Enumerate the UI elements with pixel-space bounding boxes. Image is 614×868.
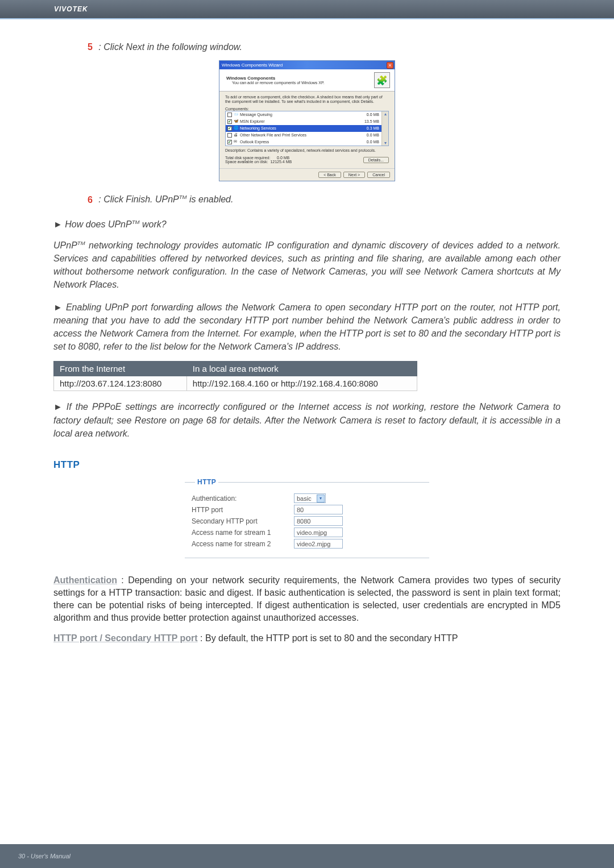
wizard-heading: Windows Components	[226, 76, 325, 81]
wizard-body: To add or remove a component, click the …	[219, 92, 395, 168]
http-settings-panel: HTTP Authentication: basic ▾ HTTP port 8…	[185, 482, 429, 558]
step-6-text-a: : Click Finish. UPnP	[98, 195, 179, 205]
checkbox-icon[interactable]	[227, 133, 232, 138]
stream1-row: Access name for stream 1 video.mjpg	[192, 527, 422, 538]
wizard-description: Description: Contains a variety of speci…	[225, 148, 389, 153]
stream1-label: Access name for stream 1	[192, 529, 294, 537]
close-icon[interactable]: ×	[387, 62, 393, 69]
windows-components-wizard: Windows Components Wizard × Windows Comp…	[219, 60, 395, 181]
back-button[interactable]: < Back	[318, 172, 341, 178]
step-6-number: 6	[88, 195, 93, 205]
step-5-text: : Click Next in the following window.	[98, 42, 242, 52]
list-item[interactable]: ✔🦋MSN Explorer 13.5 MB	[226, 118, 388, 125]
step-5-number: 5	[88, 42, 93, 52]
auth-select[interactable]: basic ▾	[294, 493, 326, 503]
ip-address-table: From the Internet In a local area networ…	[53, 361, 417, 391]
next-button[interactable]: Next >	[343, 172, 365, 178]
wizard-subheading: You can add or remove components of Wind…	[226, 81, 325, 85]
http-port-label-text: HTTP port / Secondary HTTP port	[53, 633, 198, 643]
page-header: VIVOTEK	[0, 0, 614, 19]
upnp-paragraph: UPnPTM networking technology provides au…	[53, 239, 561, 292]
components-list[interactable]: 📨Message Queuing 0.0 MB ✔🦋MSN Explorer 1…	[225, 111, 389, 146]
details-button[interactable]: Details...	[363, 157, 389, 163]
page-content: 5 : Click Next in the following window. …	[51, 42, 563, 645]
footer-text: 30 - User's Manual	[18, 853, 70, 859]
authentication-label: Authentication	[53, 575, 117, 585]
wizard-titlebar: Windows Components Wizard ×	[219, 61, 395, 69]
tm-mark: TM	[77, 240, 85, 246]
disk-space-row: Total disk space required: 0.0 MB Space …	[225, 156, 389, 164]
secondary-port-row: Secondary HTTP port 8080	[192, 516, 422, 527]
wizard-hint: To add or remove a component, click the …	[225, 95, 389, 105]
http-port-row: HTTP port 80	[192, 504, 422, 516]
secondary-port-label: Secondary HTTP port	[192, 517, 294, 525]
table-cell-lan: http://192.168.4.160 or http://192.168.4…	[186, 376, 417, 391]
chevron-down-icon[interactable]: ▾	[384, 140, 387, 146]
table-header-internet: From the Internet	[54, 362, 187, 376]
wizard-footer: < Back Next > Cancel	[219, 168, 395, 181]
tm-mark: TM	[179, 194, 187, 200]
list-item[interactable]: ✔✉Outlook Express 0.0 MB	[226, 139, 388, 146]
secondary-port-input[interactable]: 8080	[294, 516, 343, 526]
cancel-button[interactable]: Cancel	[367, 172, 390, 178]
stream2-label: Access name for stream 2	[192, 540, 294, 548]
http-panel-legend: HTTP	[195, 478, 218, 486]
page-footer: 30 - User's Manual	[0, 844, 614, 868]
checkbox-icon[interactable]: ✔	[227, 126, 232, 131]
http-port-input[interactable]: 80	[294, 505, 343, 514]
pppoe-paragraph: ► If the PPPoE settings are incorrectly …	[53, 400, 561, 440]
components-icon: 🧩	[374, 72, 390, 88]
stream2-input[interactable]: video2.mjpg	[294, 539, 343, 549]
scrollbar[interactable]: ▴▾	[381, 111, 388, 146]
table-header-lan: In a local area network	[186, 362, 417, 376]
checkbox-icon[interactable]	[227, 113, 232, 117]
list-item[interactable]: 🖨Other Network File and Print Services 0…	[226, 132, 388, 139]
step-6: 6 : Click Finish. UPnPTM is enabled.	[88, 194, 561, 205]
http-section-heading: HTTP	[53, 459, 561, 471]
tm-mark: TM	[132, 219, 140, 225]
components-label: Components:	[225, 107, 389, 111]
stream2-row: Access name for stream 2 video2.mjpg	[192, 538, 422, 550]
port-forwarding-paragraph: ► Enabling UPnP port forwarding allows t…	[53, 301, 561, 354]
checkbox-icon[interactable]: ✔	[227, 119, 232, 124]
wizard-screenshot: Windows Components Wizard × Windows Comp…	[53, 60, 561, 181]
authentication-paragraph: Authentication : Depending on your netwo…	[53, 574, 561, 624]
http-port-label: HTTP port	[192, 506, 294, 514]
list-item-selected[interactable]: ✔🌐Networking Services 0.3 MB	[226, 125, 388, 132]
chevron-down-icon[interactable]: ▾	[317, 495, 325, 502]
auth-label: Authentication:	[192, 495, 294, 502]
step-6-text-b: is enabled.	[187, 195, 234, 205]
list-item[interactable]: 📨Message Queuing 0.0 MB	[226, 111, 388, 118]
checkbox-icon[interactable]: ✔	[227, 140, 232, 144]
how-does-upnp-work: ► How does UPnPTM work?	[53, 219, 561, 230]
chevron-up-icon[interactable]: ▴	[384, 111, 387, 117]
wizard-header-text: Windows Components You can add or remove…	[226, 76, 325, 85]
wizard-header: Windows Components You can add or remove…	[219, 69, 395, 92]
table-cell-internet: http://203.67.124.123:8080	[54, 376, 187, 391]
wizard-title-text: Windows Components Wizard	[222, 63, 283, 68]
http-port-paragraph: HTTP port / Secondary HTTP port : By def…	[53, 632, 561, 645]
stream1-input[interactable]: video.mjpg	[294, 528, 343, 537]
step-5: 5 : Click Next in the following window.	[88, 42, 561, 52]
brand-text: VIVOTEK	[54, 5, 88, 13]
http-auth-row: Authentication: basic ▾	[192, 493, 422, 504]
